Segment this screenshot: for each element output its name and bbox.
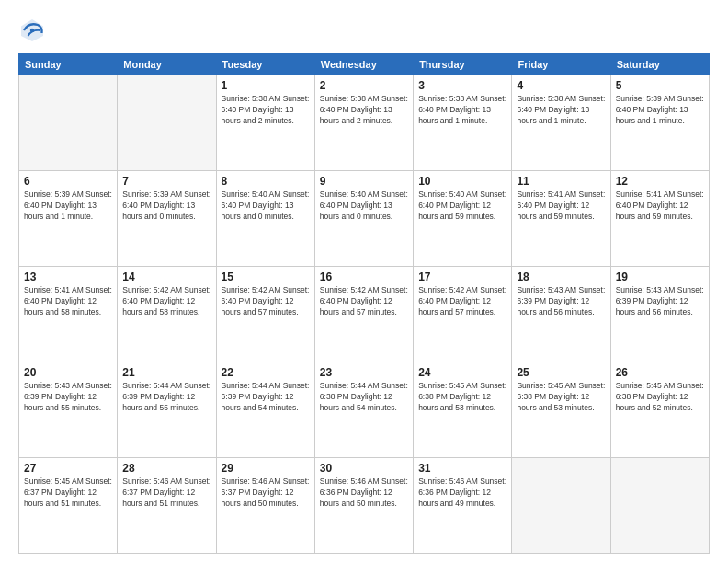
calendar-cell: 29Sunrise: 5:46 AM Sunset: 6:37 PM Dayli…	[216, 458, 314, 554]
calendar-cell	[512, 458, 610, 554]
page: SundayMondayTuesdayWednesdayThursdayFrid…	[0, 0, 728, 563]
header-row: SundayMondayTuesdayWednesdayThursdayFrid…	[19, 54, 710, 75]
calendar-cell: 31Sunrise: 5:46 AM Sunset: 6:36 PM Dayli…	[414, 458, 512, 554]
day-info: Sunrise: 5:38 AM Sunset: 6:40 PM Dayligh…	[222, 94, 310, 127]
day-number: 18	[517, 270, 605, 283]
day-info: Sunrise: 5:45 AM Sunset: 6:37 PM Dayligh…	[24, 477, 112, 510]
week-row-4: 20Sunrise: 5:43 AM Sunset: 6:39 PM Dayli…	[19, 362, 710, 458]
day-number: 17	[418, 270, 506, 283]
day-number: 23	[320, 366, 408, 379]
day-number: 12	[616, 175, 704, 188]
day-number: 10	[418, 175, 506, 188]
day-header-sunday: Sunday	[19, 54, 118, 75]
logo-icon	[18, 17, 46, 44]
day-info: Sunrise: 5:39 AM Sunset: 6:40 PM Dayligh…	[616, 94, 704, 127]
calendar-cell: 19Sunrise: 5:43 AM Sunset: 6:39 PM Dayli…	[610, 267, 709, 362]
calendar-cell: 9Sunrise: 5:40 AM Sunset: 6:40 PM Daylig…	[314, 171, 413, 267]
calendar-cell: 21Sunrise: 5:44 AM Sunset: 6:39 PM Dayli…	[118, 362, 216, 458]
day-number: 29	[222, 462, 310, 475]
day-info: Sunrise: 5:44 AM Sunset: 6:38 PM Dayligh…	[320, 381, 408, 414]
day-header-wednesday: Wednesday	[314, 54, 413, 75]
calendar-cell: 22Sunrise: 5:44 AM Sunset: 6:39 PM Dayli…	[216, 362, 314, 458]
calendar-cell: 5Sunrise: 5:39 AM Sunset: 6:40 PM Daylig…	[610, 75, 709, 171]
day-info: Sunrise: 5:38 AM Sunset: 6:40 PM Dayligh…	[418, 94, 506, 127]
day-info: Sunrise: 5:40 AM Sunset: 6:40 PM Dayligh…	[418, 190, 506, 223]
day-info: Sunrise: 5:44 AM Sunset: 6:39 PM Dayligh…	[222, 381, 310, 414]
day-info: Sunrise: 5:43 AM Sunset: 6:39 PM Dayligh…	[24, 381, 112, 414]
day-info: Sunrise: 5:44 AM Sunset: 6:39 PM Dayligh…	[122, 381, 210, 414]
calendar-cell: 2Sunrise: 5:38 AM Sunset: 6:40 PM Daylig…	[314, 75, 413, 171]
day-number: 15	[222, 270, 310, 283]
calendar-cell: 30Sunrise: 5:46 AM Sunset: 6:36 PM Dayli…	[314, 458, 413, 554]
day-number: 27	[24, 462, 112, 475]
day-header-monday: Monday	[118, 54, 216, 75]
day-info: Sunrise: 5:42 AM Sunset: 6:40 PM Dayligh…	[418, 285, 506, 318]
day-info: Sunrise: 5:41 AM Sunset: 6:40 PM Dayligh…	[517, 190, 605, 223]
day-info: Sunrise: 5:42 AM Sunset: 6:40 PM Dayligh…	[320, 285, 408, 318]
day-number: 22	[222, 366, 310, 379]
calendar-cell: 14Sunrise: 5:42 AM Sunset: 6:40 PM Dayli…	[118, 267, 216, 362]
day-number: 20	[24, 366, 112, 379]
logo	[18, 17, 50, 44]
calendar-cell: 27Sunrise: 5:45 AM Sunset: 6:37 PM Dayli…	[19, 458, 118, 554]
day-info: Sunrise: 5:42 AM Sunset: 6:40 PM Dayligh…	[122, 285, 210, 318]
calendar-cell: 23Sunrise: 5:44 AM Sunset: 6:38 PM Dayli…	[314, 362, 413, 458]
day-header-saturday: Saturday	[610, 54, 709, 75]
calendar-cell: 8Sunrise: 5:40 AM Sunset: 6:40 PM Daylig…	[216, 171, 314, 267]
calendar-cell: 12Sunrise: 5:41 AM Sunset: 6:40 PM Dayli…	[610, 171, 709, 267]
week-row-3: 13Sunrise: 5:41 AM Sunset: 6:40 PM Dayli…	[19, 267, 710, 362]
day-number: 8	[222, 175, 310, 188]
day-info: Sunrise: 5:38 AM Sunset: 6:40 PM Dayligh…	[517, 94, 605, 127]
day-info: Sunrise: 5:42 AM Sunset: 6:40 PM Dayligh…	[222, 285, 310, 318]
calendar-cell: 7Sunrise: 5:39 AM Sunset: 6:40 PM Daylig…	[118, 171, 216, 267]
day-info: Sunrise: 5:43 AM Sunset: 6:39 PM Dayligh…	[616, 285, 704, 318]
calendar-cell: 6Sunrise: 5:39 AM Sunset: 6:40 PM Daylig…	[19, 171, 118, 267]
calendar-table: SundayMondayTuesdayWednesdayThursdayFrid…	[18, 53, 710, 554]
day-header-friday: Friday	[512, 54, 610, 75]
day-number: 11	[517, 175, 605, 188]
calendar-cell	[19, 75, 118, 171]
day-number: 26	[616, 366, 704, 379]
day-number: 16	[320, 270, 408, 283]
day-number: 24	[418, 366, 506, 379]
day-info: Sunrise: 5:41 AM Sunset: 6:40 PM Dayligh…	[24, 285, 112, 318]
day-number: 13	[24, 270, 112, 283]
week-row-2: 6Sunrise: 5:39 AM Sunset: 6:40 PM Daylig…	[19, 171, 710, 267]
day-info: Sunrise: 5:39 AM Sunset: 6:40 PM Dayligh…	[122, 190, 210, 223]
day-info: Sunrise: 5:38 AM Sunset: 6:40 PM Dayligh…	[320, 94, 408, 127]
day-header-thursday: Thursday	[414, 54, 512, 75]
day-info: Sunrise: 5:46 AM Sunset: 6:36 PM Dayligh…	[418, 477, 506, 510]
day-info: Sunrise: 5:40 AM Sunset: 6:40 PM Dayligh…	[222, 190, 310, 223]
calendar-cell: 11Sunrise: 5:41 AM Sunset: 6:40 PM Dayli…	[512, 171, 610, 267]
calendar-cell: 15Sunrise: 5:42 AM Sunset: 6:40 PM Dayli…	[216, 267, 314, 362]
day-number: 2	[320, 79, 408, 92]
day-number: 28	[122, 462, 210, 475]
day-number: 1	[222, 79, 310, 92]
day-number: 14	[122, 270, 210, 283]
day-number: 3	[418, 79, 506, 92]
calendar-cell: 28Sunrise: 5:46 AM Sunset: 6:37 PM Dayli…	[118, 458, 216, 554]
calendar-cell: 18Sunrise: 5:43 AM Sunset: 6:39 PM Dayli…	[512, 267, 610, 362]
day-info: Sunrise: 5:41 AM Sunset: 6:40 PM Dayligh…	[616, 190, 704, 223]
day-info: Sunrise: 5:46 AM Sunset: 6:36 PM Dayligh…	[320, 477, 408, 510]
day-number: 9	[320, 175, 408, 188]
day-info: Sunrise: 5:45 AM Sunset: 6:38 PM Dayligh…	[517, 381, 605, 414]
day-number: 21	[122, 366, 210, 379]
day-number: 5	[616, 79, 704, 92]
calendar-cell: 20Sunrise: 5:43 AM Sunset: 6:39 PM Dayli…	[19, 362, 118, 458]
calendar-cell: 1Sunrise: 5:38 AM Sunset: 6:40 PM Daylig…	[216, 75, 314, 171]
calendar-cell: 24Sunrise: 5:45 AM Sunset: 6:38 PM Dayli…	[414, 362, 512, 458]
svg-point-1	[30, 29, 35, 33]
calendar-cell: 4Sunrise: 5:38 AM Sunset: 6:40 PM Daylig…	[512, 75, 610, 171]
day-number: 7	[122, 175, 210, 188]
day-header-tuesday: Tuesday	[216, 54, 314, 75]
calendar-cell: 10Sunrise: 5:40 AM Sunset: 6:40 PM Dayli…	[414, 171, 512, 267]
day-number: 30	[320, 462, 408, 475]
day-info: Sunrise: 5:46 AM Sunset: 6:37 PM Dayligh…	[122, 477, 210, 510]
week-row-1: 1Sunrise: 5:38 AM Sunset: 6:40 PM Daylig…	[19, 75, 710, 171]
day-info: Sunrise: 5:46 AM Sunset: 6:37 PM Dayligh…	[222, 477, 310, 510]
day-info: Sunrise: 5:43 AM Sunset: 6:39 PM Dayligh…	[517, 285, 605, 318]
day-number: 19	[616, 270, 704, 283]
day-number: 6	[24, 175, 112, 188]
header	[18, 17, 710, 44]
